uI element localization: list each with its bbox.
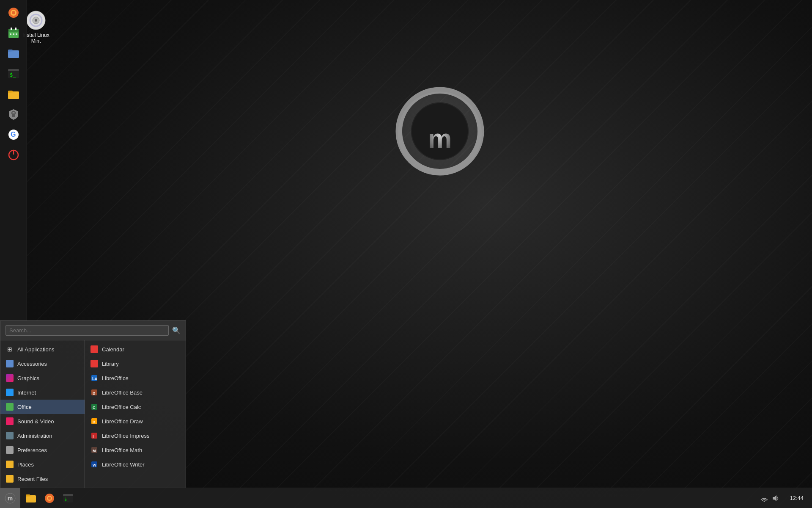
- menu-libreoffice[interactable]: Lo LibreOffice: [85, 371, 186, 385]
- menu-libreoffice-writer[interactable]: W LibreOffice Writer: [85, 457, 186, 472]
- svg-text:m: m: [428, 123, 452, 154]
- menu-right-panel: Calendar Library Lo LibreOffic: [85, 340, 186, 488]
- svg-point-11: [12, 11, 15, 14]
- sidebar-terminal-icon[interactable]: $_: [4, 64, 23, 83]
- sidebar-security-icon[interactable]: [4, 105, 23, 124]
- menu-libreoffice-calc[interactable]: C LibreOffice Calc: [85, 400, 186, 414]
- menu-item-label: All Applications: [17, 346, 54, 353]
- menu-item-label: Graphics: [17, 375, 39, 381]
- taskbar: m $_: [0, 488, 812, 508]
- menu-item-label: Places: [17, 461, 34, 468]
- app-menu: 🔍 ⊞ All Applications Accessories: [0, 320, 186, 488]
- menu-item-label: LibreOffice: [102, 375, 129, 381]
- svg-rect-51: [63, 494, 73, 496]
- sidebar-firefox-icon[interactable]: [4, 3, 23, 22]
- svg-rect-16: [10, 33, 11, 35]
- svg-marker-54: [773, 495, 776, 501]
- search-bar: 🔍: [0, 321, 186, 340]
- menu-internet[interactable]: Internet: [0, 385, 85, 400]
- menu-item-label: Administration: [17, 433, 52, 439]
- sidebar-folder-icon[interactable]: [4, 85, 23, 103]
- taskbar-files[interactable]: [22, 489, 40, 507]
- menu-calendar[interactable]: Calendar: [85, 342, 186, 356]
- svg-point-49: [48, 497, 51, 500]
- taskbar-right: 12:44: [752, 494, 812, 502]
- sound-icon: [771, 494, 779, 502]
- svg-text:D: D: [93, 420, 96, 424]
- svg-rect-13: [8, 29, 19, 32]
- linux-mint-logo: m: [393, 85, 486, 178]
- svg-text:m: m: [7, 495, 12, 502]
- menu-item-label: Sound & Video: [17, 418, 54, 425]
- svg-rect-15: [15, 28, 16, 30]
- svg-point-53: [764, 500, 765, 502]
- clock: 12:44: [786, 495, 807, 501]
- sidebar-google-icon[interactable]: G: [4, 125, 23, 144]
- menu-item-label: LibreOffice Impress: [102, 433, 149, 439]
- system-tray: [757, 494, 783, 502]
- desktop: m Install Linux Mint: [0, 0, 812, 508]
- menu-libreoffice-draw[interactable]: D LibreOffice Draw: [85, 414, 186, 428]
- menu-office[interactable]: Office: [0, 400, 85, 414]
- menu-item-label: Office: [17, 404, 32, 410]
- menu-item-label: LibreOffice Base: [102, 389, 143, 396]
- menu-places[interactable]: Places: [0, 457, 85, 472]
- svg-text:M: M: [93, 449, 96, 453]
- svg-text:C: C: [93, 406, 96, 410]
- svg-text:W: W: [93, 463, 96, 467]
- menu-item-label: LibreOffice Calc: [102, 404, 141, 410]
- svg-rect-17: [13, 33, 14, 35]
- menu-administration[interactable]: Administration: [0, 428, 85, 443]
- menu-item-label: LibreOffice Draw: [102, 418, 143, 425]
- svg-text:Lo: Lo: [92, 376, 97, 381]
- menu-item-label: Accessories: [17, 361, 47, 367]
- svg-text:I: I: [93, 434, 94, 439]
- menu-item-label: Library: [102, 361, 119, 367]
- menu-graphics[interactable]: Graphics: [0, 371, 85, 385]
- menu-left-panel: ⊞ All Applications Accessories Graphics: [0, 340, 85, 488]
- menu-libreoffice-base[interactable]: B LibreOffice Base: [85, 385, 186, 400]
- network-icon: [760, 494, 768, 502]
- menu-recent-files[interactable]: Recent Files: [0, 472, 85, 486]
- svg-rect-18: [16, 33, 17, 35]
- start-menu-button[interactable]: m: [0, 488, 20, 508]
- grid-icon: ⊞: [5, 345, 14, 353]
- search-icon[interactable]: 🔍: [172, 326, 181, 334]
- svg-rect-14: [11, 28, 12, 30]
- disc-icon: [26, 10, 46, 30]
- svg-text:$_: $_: [10, 72, 16, 78]
- menu-item-label: Recent Files: [17, 476, 48, 482]
- menu-libreoffice-math[interactable]: M LibreOffice Math: [85, 443, 186, 457]
- menu-accessories[interactable]: Accessories: [0, 356, 85, 371]
- menu-item-label: Internet: [17, 389, 36, 396]
- svg-rect-21: [8, 69, 19, 71]
- svg-text:G: G: [11, 131, 16, 138]
- sidebar-files-icon[interactable]: [4, 44, 23, 63]
- taskbar-terminal[interactable]: $_: [59, 489, 77, 507]
- menu-item-label: LibreOffice Writer: [102, 461, 145, 468]
- svg-point-7: [35, 19, 37, 22]
- sidebar-power-icon[interactable]: [4, 146, 23, 164]
- search-input[interactable]: [5, 325, 169, 336]
- taskbar-items: $_: [20, 489, 752, 507]
- sidebar-calendar-icon[interactable]: [4, 24, 23, 42]
- menu-sound-video[interactable]: Sound & Video: [0, 414, 85, 428]
- menu-preferences[interactable]: Preferences: [0, 443, 85, 457]
- menu-item-label: Preferences: [17, 447, 47, 453]
- taskbar-firefox[interactable]: [41, 489, 58, 507]
- menu-item-label: LibreOffice Math: [102, 447, 142, 453]
- menu-content: ⊞ All Applications Accessories Graphics: [0, 340, 186, 488]
- svg-text:$_: $_: [64, 497, 70, 502]
- menu-item-label: Calendar: [102, 346, 124, 353]
- menu-library[interactable]: Library: [85, 356, 186, 371]
- svg-text:B: B: [93, 391, 96, 395]
- menu-libreoffice-impress[interactable]: I LibreOffice Impress: [85, 428, 186, 443]
- menu-all-applications[interactable]: ⊞ All Applications: [0, 342, 85, 356]
